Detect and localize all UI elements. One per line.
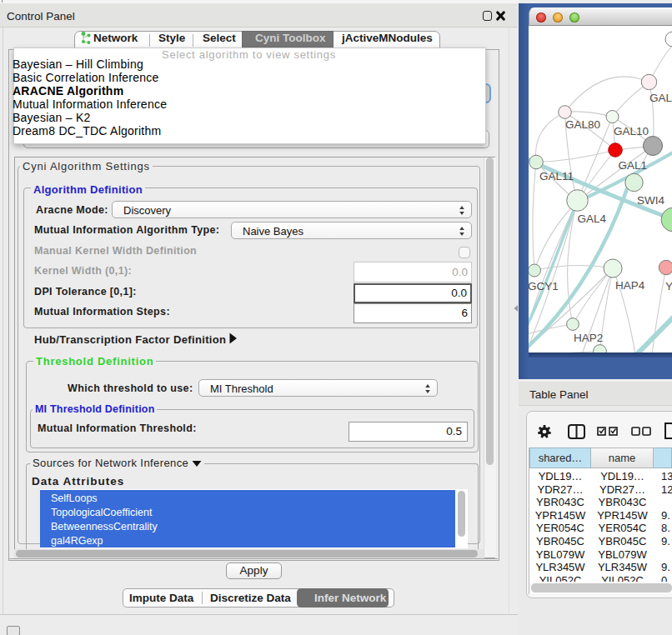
svg-text:Y: Y: [665, 280, 672, 292]
svg-text:GAL: GAL: [649, 92, 672, 104]
svg-text:GAL80: GAL80: [565, 118, 600, 131]
svg-text:HAP4: HAP4: [615, 279, 645, 292]
svg-text:GAL11: GAL11: [539, 170, 574, 182]
svg-text:GAL4: GAL4: [578, 212, 607, 225]
svg-text:GAL1: GAL1: [619, 159, 648, 172]
svg-text:HAP2: HAP2: [574, 332, 603, 344]
svg-text:GCY1: GCY1: [529, 280, 559, 292]
svg-text:GAL10: GAL10: [614, 125, 649, 138]
svg-text:SWI4: SWI4: [637, 194, 664, 207]
